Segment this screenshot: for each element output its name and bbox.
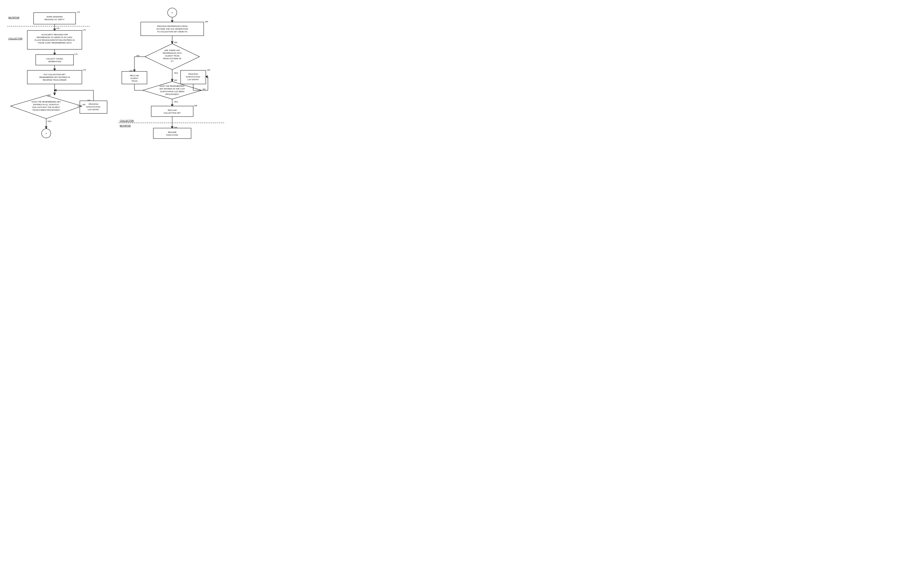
no-label-192: NO bbox=[203, 88, 206, 90]
node-170-ref: 170 bbox=[77, 11, 80, 13]
node-174-box bbox=[36, 54, 74, 65]
node-172-ref: 172 bbox=[83, 29, 86, 31]
node-172-line3: PLACE REGION-IDENTIFYING ENTRIES IN bbox=[35, 39, 75, 41]
node-180-ref: 180 bbox=[47, 94, 51, 96]
no-label-180: NO bbox=[83, 103, 85, 106]
node-180-line3: PAD LISTS BUT THE OLDEST bbox=[32, 106, 60, 108]
node-178-ref: 178 bbox=[83, 69, 86, 71]
right-diagram: A PROCESS REFERENCES FROM OUTSIDE THE OL… bbox=[115, 4, 227, 152]
node-178-line2: REMEMBERED-SET ENTRIES IN bbox=[39, 76, 70, 78]
diagram-container: MUTATOR MARK MODIFIED REGIONS AS "DIRTY"… bbox=[4, 4, 227, 152]
ref-186: 186 bbox=[174, 41, 177, 43]
node-184-line3: TO COLLECTION-SET OBJECTS bbox=[157, 30, 187, 33]
node-178-line1: PUT COLLECTION-SET bbox=[44, 73, 66, 75]
node-180-line4: TRAIN'S BEEN PROCESSED? bbox=[32, 109, 60, 111]
node-184-line1: PROCESS REFERENCES FROM bbox=[157, 25, 187, 27]
yes-label-192: YES bbox=[174, 101, 178, 103]
node-186-line2: REFERENCES INTO bbox=[163, 52, 182, 54]
node-192-line1: HAVE THE REMEMBERED- bbox=[160, 85, 185, 87]
node-192-line3: SCRATCHPAD LIST BEEN bbox=[160, 90, 184, 93]
node-182-line2: SCRATCH-PAD- bbox=[86, 106, 101, 108]
node-186-line4: FROM OUTSIDE OF bbox=[163, 57, 182, 60]
node-186-line1: ARE THERE ANY bbox=[164, 49, 181, 51]
node-178-line3: REVERSE TRAIN ORDER bbox=[43, 79, 66, 81]
node-194-line1: PROCESS bbox=[189, 73, 198, 75]
node-190-line2: EXECUTION bbox=[166, 134, 178, 136]
node-188-line2: OLDEST bbox=[130, 77, 138, 79]
node-172-line2: REFERENCES TO OBJECTS IN CARS; bbox=[37, 36, 73, 38]
node-172-line1: SCAN DIRTY REGIONS FOR bbox=[42, 34, 68, 36]
node-172-line4: THOSE CARS' REMEMBERED SETS bbox=[38, 42, 72, 44]
node-184-line2: OUTSIDE THE OLD GENERATION bbox=[157, 28, 188, 30]
node-174-line1: COLLECT YOUNG bbox=[46, 58, 63, 60]
node-174-ref: 174 bbox=[74, 53, 77, 55]
circle-a-left-text: A bbox=[46, 132, 47, 134]
node-194-line3: LIST ENTRY bbox=[187, 78, 199, 81]
node-192-line2: SET ENTRIES IN THE LAST bbox=[159, 88, 185, 90]
node-186-line5: IT? bbox=[171, 60, 174, 62]
ref-176: 176 bbox=[56, 27, 59, 29]
node-190-line1: RESUME bbox=[168, 131, 177, 133]
mutator-label-right: MUTATOR bbox=[120, 125, 131, 127]
ref-192: 192 bbox=[174, 79, 177, 81]
circle-a-right-text: A bbox=[171, 11, 173, 14]
left-diagram: MUTATOR MARK MODIFIED REGIONS AS "DIRTY"… bbox=[4, 4, 115, 152]
yes-label-186: YES bbox=[174, 72, 178, 74]
node-184-ref: 184 bbox=[205, 20, 208, 23]
node-188-ref: 188 bbox=[129, 70, 133, 72]
mutator-label-left: MUTATOR bbox=[8, 16, 19, 19]
node-194-ref: 194 bbox=[207, 69, 210, 71]
node-192-line4: PROCESSED? bbox=[165, 93, 179, 95]
node-196-ref: 196 bbox=[194, 104, 197, 107]
node-186-line3: OLDEST TRAIN bbox=[165, 54, 179, 57]
node-170-text: MARK MODIFIED bbox=[46, 16, 63, 18]
no-label-186: NO bbox=[136, 54, 139, 57]
node-188-line3: TRAIN bbox=[131, 80, 137, 82]
node-182-line1: PROCESS bbox=[89, 103, 98, 105]
node-180-line1: HAVE THE REMEMBERED-SET bbox=[32, 101, 61, 103]
collector-label-left: COLLECTOR bbox=[8, 37, 22, 40]
node-196-box bbox=[151, 106, 193, 117]
node-194-line2: SCRATCH-PAD- bbox=[186, 75, 201, 78]
node-182-line3: LIST ENTRY bbox=[88, 108, 99, 110]
node-190-box bbox=[153, 128, 191, 139]
node-182-ref: 182 bbox=[87, 99, 91, 101]
node-188-line1: RECLAIM bbox=[130, 74, 139, 77]
collector-label-right: COLLECTOR bbox=[120, 120, 134, 122]
node-180-line2: ENTRIES IN ALL SCRATCH- bbox=[34, 103, 59, 106]
node-196-line1: RECLAIM bbox=[168, 109, 177, 111]
node-174-line2: GENERATION bbox=[48, 60, 61, 62]
node-196-line2: COLLECTION SET bbox=[164, 112, 181, 114]
yes-label-180: YES bbox=[47, 120, 51, 122]
node-170-text2: REGIONS AS "DIRTY" bbox=[45, 18, 65, 21]
